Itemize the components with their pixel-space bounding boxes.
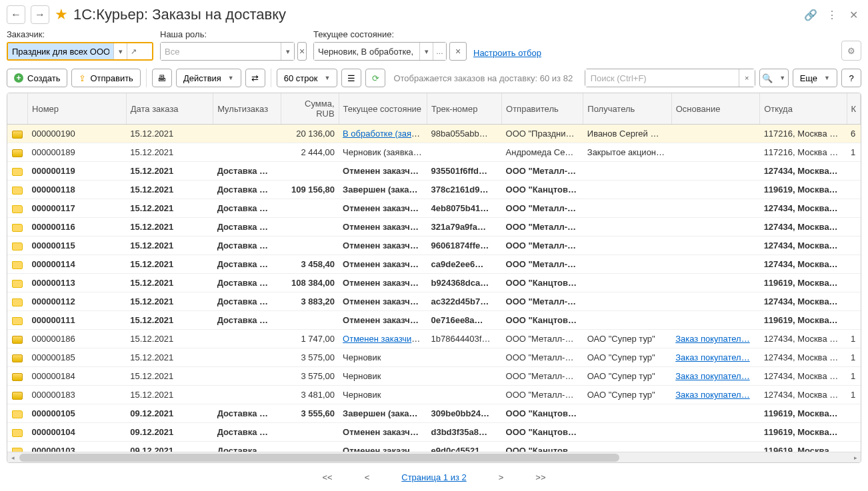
table-row[interactable]: 00000018315.12.20213 481,00ЧерновикООО "… bbox=[7, 386, 861, 404]
refresh-button[interactable]: ⟳ bbox=[365, 69, 385, 87]
list-view-button[interactable]: ☰ bbox=[341, 69, 361, 87]
close-icon[interactable]: ✕ bbox=[845, 7, 861, 23]
cell-sender: Андромеда Се… bbox=[502, 143, 583, 162]
page-indicator[interactable]: Страница 1 из 2 bbox=[401, 472, 466, 482]
basis-link[interactable]: Заказ покупател… bbox=[675, 371, 750, 381]
table-row[interactable]: 00000019015.12.202120 136,00В обработке … bbox=[7, 125, 861, 143]
cell-state: Отменен заказч… bbox=[339, 237, 427, 255]
customer-input[interactable] bbox=[8, 43, 113, 59]
table-row[interactable]: 00000011215.12.2021Доставка …3 883,20Отм… bbox=[7, 292, 861, 311]
state-clear-button[interactable]: × bbox=[449, 42, 467, 61]
horizontal-scrollbar[interactable]: ◂ ▸ bbox=[7, 452, 861, 462]
scroll-left-icon[interactable]: ◂ bbox=[7, 452, 18, 463]
swap-button[interactable]: ⇄ bbox=[245, 69, 265, 87]
cell-number: 000000114 bbox=[28, 255, 127, 274]
favorite-star-icon[interactable]: ★ bbox=[55, 6, 68, 23]
cell-multi: Доставка … bbox=[213, 292, 281, 311]
state-link[interactable]: Отменен заказчик… bbox=[343, 334, 424, 344]
cell-last bbox=[847, 311, 860, 330]
col-state[interactable]: Текущее состояние bbox=[339, 93, 427, 125]
table-row[interactable]: 00000010509.12.2021Доставка …3 555,60Зав… bbox=[7, 404, 861, 423]
settings-gear-icon[interactable]: ⚙ bbox=[841, 41, 861, 61]
table-row[interactable]: 00000018515.12.20213 575,00ЧерновикООО "… bbox=[7, 348, 861, 367]
cell-sender: ООО "Металл-… bbox=[502, 237, 583, 255]
cell-recv: ОАО "Супер тур" bbox=[583, 386, 671, 404]
scroll-right-icon[interactable]: ▸ bbox=[850, 452, 861, 463]
customer-dropdown-icon[interactable]: ▾ bbox=[113, 43, 127, 59]
page-first-button[interactable]: << bbox=[323, 472, 333, 482]
table-row[interactable]: 00000011415.12.2021Доставка …3 458,40Отм… bbox=[7, 255, 861, 274]
cell-basis: Заказ покупател… bbox=[671, 330, 759, 348]
col-date[interactable]: Дата заказа bbox=[126, 93, 213, 125]
col-track[interactable]: Трек-номер bbox=[427, 93, 502, 125]
search-box: × bbox=[585, 69, 755, 87]
create-button[interactable]: +Создать bbox=[7, 69, 67, 87]
col-last[interactable]: К bbox=[847, 93, 860, 125]
actions-button[interactable]: Действия▼ bbox=[176, 69, 241, 87]
search-input[interactable] bbox=[585, 69, 739, 87]
cell-last bbox=[847, 162, 860, 181]
col-multi[interactable]: Мультизаказ bbox=[213, 93, 281, 125]
print-button[interactable]: 🖶 bbox=[152, 69, 172, 87]
state-dropdown-icon[interactable]: ▾ bbox=[419, 43, 433, 60]
page-next-button[interactable]: > bbox=[499, 472, 504, 482]
col-basis[interactable]: Основание bbox=[671, 93, 759, 125]
scroll-thumb[interactable] bbox=[19, 454, 619, 462]
role-dropdown-icon[interactable]: ▾ bbox=[281, 43, 294, 60]
table-row[interactable]: 00000011715.12.2021Доставка …Отменен зак… bbox=[7, 199, 861, 218]
col-recv[interactable]: Получатель bbox=[583, 93, 671, 125]
cell-last: 1 bbox=[847, 348, 860, 367]
role-clear-button[interactable]: × bbox=[297, 42, 307, 61]
state-link[interactable]: В обработке (заяв… bbox=[343, 129, 425, 139]
state-input[interactable] bbox=[314, 43, 419, 60]
role-input[interactable] bbox=[161, 43, 281, 60]
basis-link[interactable]: Заказ покупател… bbox=[675, 390, 750, 400]
page-prev-button[interactable]: < bbox=[365, 472, 370, 482]
col-icon[interactable] bbox=[7, 93, 28, 125]
col-from[interactable]: Откуда bbox=[760, 93, 847, 125]
chevron-down-icon: ▼ bbox=[228, 75, 234, 81]
cell-date: 15.12.2021 bbox=[126, 143, 213, 162]
col-sender[interactable]: Отправитель bbox=[502, 93, 583, 125]
cell-last: 1 bbox=[847, 386, 860, 404]
more-button[interactable]: Еще▼ bbox=[793, 69, 837, 87]
basis-link[interactable]: Заказ покупател… bbox=[675, 352, 750, 362]
table-row[interactable]: 00000018915.12.20212 444,00Черновик (зая… bbox=[7, 143, 861, 162]
nav-back-button[interactable]: ← bbox=[7, 5, 25, 24]
cell-multi: Доставка bbox=[213, 442, 281, 452]
cell-multi: Доставка … bbox=[213, 237, 281, 255]
configure-filter-link[interactable]: Настроить отбор bbox=[473, 45, 541, 61]
customer-open-icon[interactable]: ↗ bbox=[127, 43, 140, 59]
cell-basis bbox=[671, 292, 759, 311]
cell-state: Завершен (зака… bbox=[339, 181, 427, 199]
cell-last bbox=[847, 218, 860, 237]
table-row[interactable]: 00000018415.12.20213 575,00ЧерновикООО "… bbox=[7, 367, 861, 386]
col-number[interactable]: Номер bbox=[28, 93, 127, 125]
cell-state: Отменен заказч… bbox=[339, 162, 427, 181]
table-row[interactable]: 00000010409.12.2021Доставка …Отменен зак… bbox=[7, 423, 861, 442]
table-row[interactable]: 00000011315.12.2021Доставка …108 384,00О… bbox=[7, 274, 861, 292]
send-button[interactable]: ⇪Отправить bbox=[71, 69, 140, 87]
link-icon[interactable]: 🔗 bbox=[803, 7, 819, 23]
table-row[interactable]: 00000011915.12.2021Доставка …Отменен зак… bbox=[7, 162, 861, 181]
search-clear-button[interactable]: × bbox=[739, 69, 755, 87]
state-more-icon[interactable]: … bbox=[433, 43, 446, 60]
cell-sum bbox=[281, 311, 339, 330]
table-row[interactable]: 00000011115.12.2021Доставка …Отменен зак… bbox=[7, 311, 861, 330]
table-row[interactable]: 00000011615.12.2021Доставка …Отменен зак… bbox=[7, 218, 861, 237]
rows-per-page-button[interactable]: 60 строк▼ bbox=[277, 69, 338, 87]
help-button[interactable]: ? bbox=[841, 69, 861, 87]
table-row[interactable]: 00000011515.12.2021Доставка …Отменен зак… bbox=[7, 237, 861, 255]
table-row[interactable]: 00000011815.12.2021Доставка …109 156,80З… bbox=[7, 181, 861, 199]
cell-state: Отменен заказчик… bbox=[339, 330, 427, 348]
col-sum[interactable]: Сумма, RUB bbox=[281, 93, 339, 125]
page-last-button[interactable]: >> bbox=[535, 472, 545, 482]
cell-recv bbox=[583, 442, 671, 452]
search-button[interactable]: 🔍▼ bbox=[759, 69, 789, 87]
nav-forward-button[interactable]: → bbox=[31, 5, 49, 24]
cell-date: 15.12.2021 bbox=[126, 274, 213, 292]
table-row[interactable]: 00000018615.12.20211 747,00Отменен заказ… bbox=[7, 330, 861, 348]
kebab-menu-icon[interactable]: ⋮ bbox=[824, 7, 840, 23]
basis-link[interactable]: Заказ покупател… bbox=[675, 334, 750, 344]
table-row[interactable]: 00000010309.12.2021ДоставкаОтменен заказ… bbox=[7, 442, 861, 452]
